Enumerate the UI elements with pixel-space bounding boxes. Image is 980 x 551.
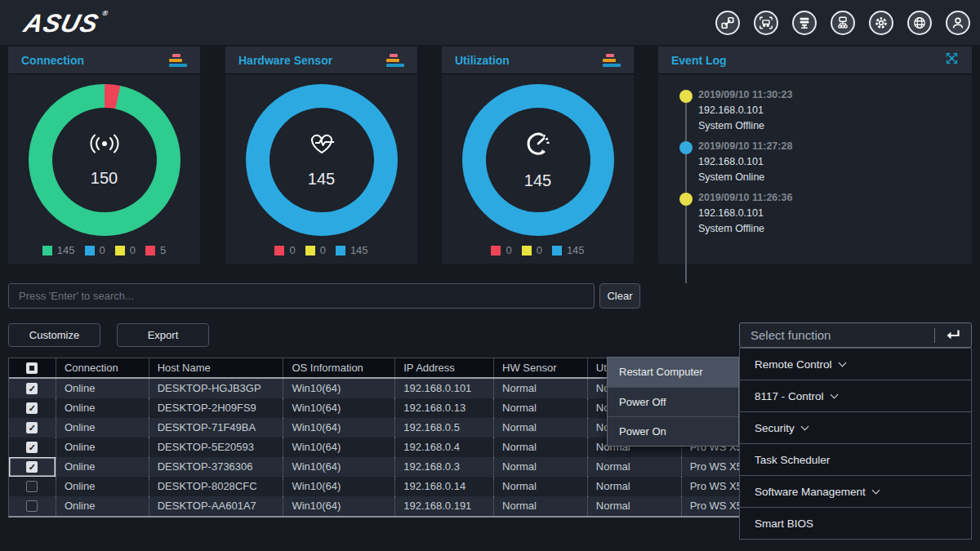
hardware-sensor-legend: 0 0 145	[225, 244, 417, 256]
chevron-down-icon	[830, 390, 838, 398]
column-header-hw-sensor[interactable]: HW Sensor	[494, 358, 588, 377]
globe-icon[interactable]	[907, 11, 932, 35]
cell-connection: Online	[56, 418, 149, 438]
network-topology-icon[interactable]	[831, 11, 855, 35]
timeline-line	[685, 97, 687, 283]
cell-os: Win10(64)	[283, 438, 395, 457]
function-item-software-management[interactable]: Software Management	[739, 475, 972, 508]
bar-chart-icon[interactable]	[603, 54, 621, 67]
event-ip: 192.168.0.101	[698, 156, 943, 167]
chevron-down-icon	[871, 486, 880, 494]
bar-chart-icon[interactable]	[169, 54, 187, 67]
account-user-icon[interactable]	[946, 11, 970, 35]
cell-host-name: DESKTOP-8028CFC	[149, 477, 284, 496]
broadcast-icon	[87, 132, 122, 158]
hardware-sensor-donut-chart: 145	[246, 84, 398, 236]
cell-utilization: Normal	[588, 496, 682, 516]
cell-ip: 192.168.0.14	[395, 477, 494, 496]
event-dot	[679, 193, 693, 206]
cell-os: Win10(64)	[283, 398, 395, 418]
chevron-down-icon	[800, 422, 808, 430]
menu-item-power-off[interactable]: Power Off	[608, 387, 738, 416]
cell-hw-sensor: Normal	[494, 496, 588, 516]
cell-hw-sensor: Normal	[494, 438, 588, 457]
power-context-menu: Restart Computer Power Off Power On	[607, 357, 739, 447]
function-item-8117-control[interactable]: 8117 - Control	[739, 380, 972, 412]
cell-utilization: Normal	[588, 477, 682, 496]
event-log-entry: 2019/09/10 11:26:36 192.168.0.101 System…	[698, 192, 943, 238]
column-header-host-name[interactable]: Host Name	[149, 358, 284, 377]
event-time: 2019/09/10 11:30:23	[698, 89, 943, 100]
server-list-icon[interactable]	[792, 11, 817, 35]
cell-os: Win10(64)	[283, 496, 395, 516]
cell-hw-sensor: Normal	[494, 418, 588, 438]
cell-ip: 192.168.0.4	[395, 438, 494, 457]
event-dot	[679, 141, 693, 154]
hardware-sensor-card-title: Hardware Sensor	[238, 54, 332, 67]
event-ip: 192.168.0.101	[698, 207, 943, 219]
event-log-entry: 2019/09/10 11:30:23 192.168.0.101 System…	[698, 89, 943, 136]
row-checkbox[interactable]	[26, 422, 38, 433]
event-log-card: Event Log 2019/09/10 11:30:23 192.168.0.…	[658, 47, 972, 264]
cell-host-name: DESKTOP-2H09FS9	[149, 398, 284, 418]
connection-card-title: Connection	[21, 54, 84, 67]
function-item-security[interactable]: Security	[739, 411, 972, 444]
export-button[interactable]: Export	[117, 323, 209, 347]
cell-connection: Online	[56, 379, 149, 398]
connection-legend: 145 0 0 5	[8, 244, 200, 256]
row-checkbox[interactable]	[26, 461, 38, 473]
cell-ip: 192.168.0.3	[395, 457, 494, 477]
clear-button[interactable]: Clear	[599, 283, 640, 309]
cell-host-name: DESKTOP-5E20593	[149, 438, 284, 457]
top-bar: ASUS®	[0, 0, 980, 45]
customize-button[interactable]: Customize	[8, 323, 100, 347]
hardware-sensor-total: 145	[308, 170, 335, 189]
cell-ip: 192.168.0.101	[395, 379, 494, 398]
cell-host-name: DESKTOP-AA601A7	[149, 496, 284, 516]
bar-chart-icon[interactable]	[386, 54, 404, 67]
remote-link-icon[interactable]	[715, 11, 740, 35]
select-function-label: Select function	[740, 328, 934, 342]
select-all-checkbox[interactable]	[26, 362, 38, 374]
top-bar-icon-group	[715, 11, 970, 35]
asus-control-center: ASUS® Co	[0, 0, 980, 551]
gauge-icon	[524, 130, 552, 161]
column-header-os-information[interactable]: OS Information	[283, 358, 395, 377]
event-log-entry: 2019/09/10 11:27:28 192.168.0.101 System…	[698, 140, 943, 187]
cell-utilization: Normal	[588, 457, 682, 477]
cell-os: Win10(64)	[283, 379, 395, 398]
row-checkbox[interactable]	[26, 402, 38, 414]
heart-pulse-icon	[308, 131, 336, 159]
row-checkbox[interactable]	[26, 383, 38, 394]
row-checkbox[interactable]	[26, 500, 38, 512]
return-arrow-icon[interactable]	[935, 329, 971, 341]
column-header-connection[interactable]: Connection	[56, 358, 149, 377]
event-status: System Offline	[698, 223, 943, 234]
search-input[interactable]	[8, 283, 595, 309]
column-header-ip-address[interactable]: IP Address	[395, 358, 494, 377]
menu-item-restart-computer[interactable]: Restart Computer	[608, 358, 738, 387]
event-status: System Online	[698, 171, 943, 183]
row-checkbox[interactable]	[26, 442, 38, 453]
chevron-down-icon	[838, 358, 846, 367]
focused-checkbox-cell	[9, 457, 56, 477]
cell-ip: 192.168.0.5	[395, 418, 494, 438]
utilization-donut-chart: 145	[462, 84, 614, 236]
event-dot	[679, 90, 693, 103]
cell-hw-sensor: Normal	[494, 477, 588, 496]
expand-icon[interactable]	[945, 51, 959, 69]
function-item-smart-bios[interactable]: Smart BIOS	[739, 507, 972, 540]
utilization-total: 145	[524, 171, 551, 190]
event-log-title: Event Log	[671, 54, 727, 67]
settings-gear-icon[interactable]	[869, 11, 893, 35]
cell-connection: Online	[56, 457, 149, 477]
utilization-card: Utilization 145 0 0 145	[442, 47, 634, 264]
scan-devices-icon[interactable]	[754, 11, 778, 35]
function-item-task-scheduler[interactable]: Task Scheduler	[739, 443, 972, 476]
function-panel: Select function Remote Control 8117 - Co…	[739, 322, 972, 540]
menu-item-power-on[interactable]: Power On	[608, 416, 738, 446]
function-item-remote-control[interactable]: Remote Control	[739, 348, 972, 380]
cell-os: Win10(64)	[283, 477, 395, 496]
connection-donut-chart: 150	[29, 84, 180, 236]
row-checkbox[interactable]	[26, 481, 38, 492]
